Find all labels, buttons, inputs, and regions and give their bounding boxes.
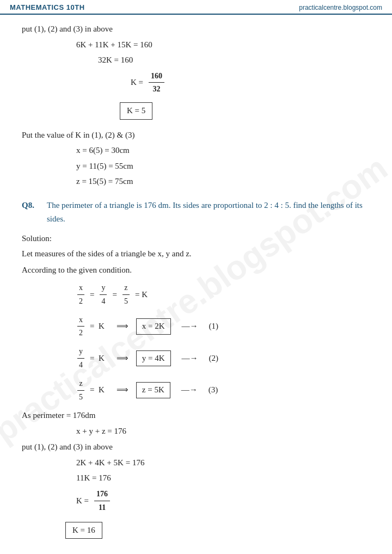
k2-fraction: 176 11 <box>94 488 110 514</box>
page: Mathematics 10th practicalcentre.blogspo… <box>0 0 392 554</box>
frac-x-over-2: x 2 <box>77 281 84 308</box>
implies-1: ⟹ <box>117 319 128 334</box>
k2-frac-line: K = 176 11 <box>76 488 370 514</box>
frac-z5: z 5 <box>77 377 84 404</box>
eq-32k: 32K = 160 <box>98 53 370 67</box>
solution-label: Solution: <box>22 232 370 246</box>
k2-boxed-container: K = 16 <box>65 519 370 543</box>
eq-11k: 11K = 176 <box>76 471 370 485</box>
put-line-1: put (1), (2) and (3) in above <box>22 22 370 36</box>
num-label-2: (2) <box>209 352 219 366</box>
x-value-line: x = 6(5) = 30cm <box>76 144 370 158</box>
implies-3: ⟹ <box>117 383 128 397</box>
eq-y-4k: y 4 = K ⟹ y = 4K —→ (2) <box>76 345 370 372</box>
put-value-line: Put the value of K in (1), (2) & (3) <box>22 128 370 143</box>
q8-text: The perimeter of a triangle is 176 dm. I… <box>47 199 370 226</box>
eq-6k: 6K + 11K + 15K = 160 <box>76 38 370 52</box>
dash-arrow-3: —→ <box>181 383 198 397</box>
eq-k-label: = K <box>135 288 148 302</box>
xyz-eq-line: x + y + z = 176 <box>76 424 370 439</box>
k2-boxed: K = 16 <box>65 522 102 539</box>
q8-label: Q8. <box>22 199 41 213</box>
box-z-5k: z = 5K <box>136 382 170 398</box>
frac-y4: y 4 <box>77 345 84 372</box>
header-subject: Mathematics 10th <box>10 3 85 11</box>
main-content: put (1), (2) and (3) in above 6K + 11K +… <box>0 15 392 554</box>
k-fraction: 160 32 <box>149 70 164 96</box>
k-equals-label: K = <box>131 76 143 90</box>
y-value-line: y = 11(5) = 55cm <box>76 159 370 174</box>
let-line: Let measures of the sides of a triangle … <box>22 247 370 261</box>
k-boxed: K = 5 <box>120 102 152 120</box>
condition-line: According to the given condition. <box>22 263 370 278</box>
frac-z-over-5: z 5 <box>122 281 130 308</box>
num-label-3: (3) <box>209 383 218 397</box>
k2-equals-label: K = <box>76 494 89 508</box>
num-label-1: (1) <box>209 319 219 334</box>
proportion-line: x 2 = y 4 = z 5 = K <box>76 281 370 308</box>
eq-2k-4k: 2K + 4K + 5K = 176 <box>76 456 370 470</box>
eq-x-2k: x 2 = K ⟹ x = 2K —→ (1) <box>76 313 370 340</box>
put-line-2: put (1), (2) and (3) in above <box>22 440 370 454</box>
q8-block: Q8. The perimeter of a triangle is 176 d… <box>22 199 370 226</box>
box-y-4k: y = 4K <box>136 350 171 367</box>
dash-arrow-2: —→ <box>182 352 198 366</box>
box-x-2k: x = 2K <box>136 318 171 335</box>
implies-2: ⟹ <box>117 352 128 366</box>
frac-x2: x 2 <box>77 313 84 340</box>
eq-z-5k: z 5 = K ⟹ z = 5K —→ (3) <box>76 377 370 404</box>
z-value-line: z = 15(5) = 75cm <box>76 175 370 189</box>
page-header: Mathematics 10th practicalcentre.blogspo… <box>0 0 392 15</box>
k-frac-line: K = 160 32 <box>131 70 370 96</box>
perimeter-line: As perimeter = 176dm <box>22 409 370 423</box>
frac-y-over-4: y 4 <box>100 281 107 308</box>
dash-arrow-1: —→ <box>182 319 198 334</box>
header-website: practicalcentre.blogspot.com <box>299 4 382 11</box>
k-boxed-container: K = 5 <box>120 99 370 123</box>
